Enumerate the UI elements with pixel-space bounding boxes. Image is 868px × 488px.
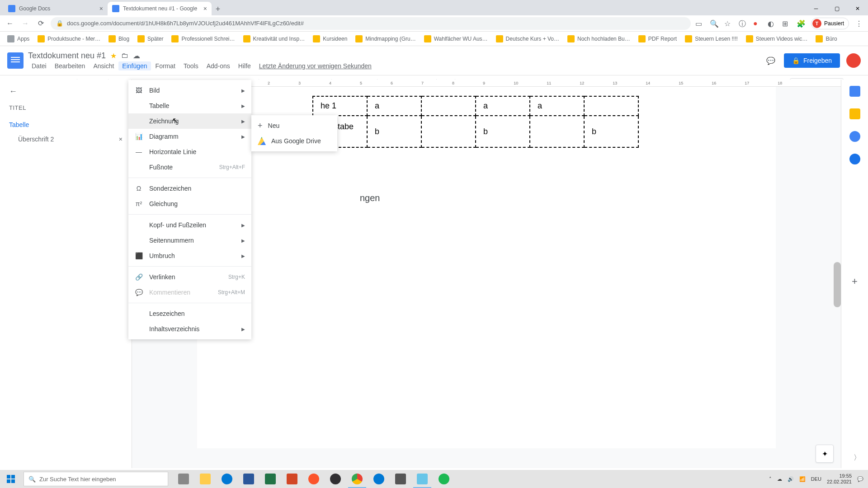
edge-button[interactable] xyxy=(216,470,238,488)
obs-button[interactable] xyxy=(325,470,346,488)
bookmark-item[interactable]: Später xyxy=(135,33,166,44)
star-icon[interactable]: ☆ xyxy=(724,19,732,28)
language-indicator[interactable]: DEU xyxy=(811,476,821,482)
apps-shortcut[interactable]: Apps xyxy=(5,33,32,44)
menu-datei[interactable]: Datei xyxy=(28,61,50,70)
keep-app-icon[interactable] xyxy=(849,108,860,119)
outline-item[interactable]: Tabelle xyxy=(9,117,123,132)
new-tab-button[interactable]: + xyxy=(212,3,224,15)
menu-tools[interactable]: Tools xyxy=(180,61,202,70)
docs-logo-icon[interactable] xyxy=(7,52,24,69)
last-change-link[interactable]: Letzte Änderung vor wenigen Sekunden xyxy=(259,61,372,70)
extensions-menu-icon[interactable]: 🧩 xyxy=(797,19,805,28)
bookmark-item[interactable]: Steuern Videos wic… xyxy=(743,33,811,44)
menu-item-bild[interactable]: 🖼Bild▶ xyxy=(128,83,251,98)
notepad-button[interactable] xyxy=(411,470,433,488)
clock[interactable]: 19:55 22.02.2021 xyxy=(827,473,852,485)
extension-icon[interactable]: ● xyxy=(753,19,761,28)
menu-item-diagramm[interactable]: 📊Diagramm▶ xyxy=(128,129,251,144)
notifications-icon[interactable]: 💬 xyxy=(857,476,863,482)
vertical-scrollbar[interactable] xyxy=(834,262,841,307)
file-explorer-button[interactable] xyxy=(194,470,216,488)
wifi-icon[interactable]: 📶 xyxy=(799,476,806,482)
outline-item[interactable]: Überschrift 2 × xyxy=(9,132,123,146)
volume-icon[interactable]: 🔊 xyxy=(788,476,794,482)
menu-item-umbruch[interactable]: ⬛Umbruch▶ xyxy=(128,248,251,263)
bookmark-item[interactable]: PDF Report xyxy=(636,33,679,44)
maximize-button[interactable]: ▢ xyxy=(826,2,847,15)
star-icon[interactable]: ★ xyxy=(110,52,117,60)
menu-item-zeichnung[interactable]: Zeichnung▶ xyxy=(128,113,251,129)
submenu-item-aus-drive[interactable]: Aus Google Drive xyxy=(251,133,337,149)
extension-icon[interactable]: ⓘ xyxy=(739,19,747,28)
close-window-button[interactable]: ✕ xyxy=(847,2,868,15)
hide-side-panel-button[interactable]: 〉 xyxy=(854,453,861,463)
bookmark-item[interactable]: Noch hochladen Bu… xyxy=(565,33,633,44)
excel-button[interactable] xyxy=(259,470,281,488)
remove-outline-icon[interactable]: × xyxy=(119,136,123,143)
search-icon[interactable]: 🔍 xyxy=(710,19,718,28)
minimize-button[interactable]: ─ xyxy=(806,2,826,15)
close-icon[interactable]: × xyxy=(99,5,103,12)
bookmark-item[interactable]: Produktsuche - Mer… xyxy=(35,33,103,44)
menu-item-seitennummern[interactable]: Seitennummern▶ xyxy=(128,233,251,248)
bookmark-item[interactable]: Steuern Lesen !!!! xyxy=(682,33,741,44)
close-icon[interactable]: × xyxy=(203,5,207,12)
extension-icon[interactable]: ◐ xyxy=(768,19,776,28)
forward-button[interactable]: → xyxy=(20,18,31,29)
tray-expand-icon[interactable]: ˄ xyxy=(769,476,772,482)
reload-button[interactable]: ⟳ xyxy=(35,18,46,29)
taskbar-search-input[interactable]: 🔍 Zur Suche Text hier eingeben xyxy=(24,472,168,486)
menu-item-inhaltsverzeichnis[interactable]: Inhaltsverzeichnis▶ xyxy=(128,321,251,337)
share-button[interactable]: 🔒 Freigeben xyxy=(784,53,840,68)
comment-history-icon[interactable]: 💬 xyxy=(764,54,778,67)
menu-format[interactable]: Format xyxy=(152,61,179,70)
back-button[interactable]: ← xyxy=(5,18,15,29)
kebab-menu-icon[interactable]: ⋮ xyxy=(855,19,863,28)
extension-icon[interactable]: ⊞ xyxy=(782,19,790,28)
bookmark-item[interactable]: Blog xyxy=(106,33,132,44)
powerpoint-button[interactable] xyxy=(281,470,303,488)
calendar-app-icon[interactable] xyxy=(849,86,860,97)
chrome-button[interactable] xyxy=(346,470,368,488)
cloud-saved-icon[interactable]: ☁ xyxy=(133,52,140,60)
document-table[interactable]: he 1 a a a uchstabe 2 b b b xyxy=(312,96,639,148)
menu-addons[interactable]: Add-ons xyxy=(203,61,234,70)
profile-paused-pill[interactable]: T Pausiert xyxy=(811,18,849,29)
menu-hilfe[interactable]: Hilfe xyxy=(235,61,255,70)
menu-item-horizontale-linie[interactable]: —Horizontale Linie xyxy=(128,144,251,160)
explore-button[interactable]: ✦ xyxy=(816,445,834,463)
document-title[interactable]: Textdokument neu #1 xyxy=(28,51,106,61)
menu-item-tabelle[interactable]: Tabelle▶ xyxy=(128,98,251,113)
browser-tab-active[interactable]: Textdokument neu #1 - Google × xyxy=(108,2,212,15)
start-button[interactable] xyxy=(0,470,22,488)
menu-item-verlinken[interactable]: 🔗VerlinkenStrg+K xyxy=(128,269,251,285)
bookmark-item[interactable]: Mindmapping (Gru… xyxy=(353,33,418,44)
word-button[interactable] xyxy=(238,470,259,488)
submenu-item-neu[interactable]: + Neu xyxy=(251,118,337,133)
spotify-button[interactable] xyxy=(433,470,455,488)
menu-item-lesezeichen[interactable]: Lesezeichen xyxy=(128,306,251,321)
bookmark-item[interactable]: Kreativität und Insp… xyxy=(241,33,308,44)
add-sidebar-app-button[interactable]: + xyxy=(852,276,858,287)
bookmark-item[interactable]: Wahlfächer WU Aus… xyxy=(421,33,491,44)
bookmark-item[interactable]: Deutsche Kurs + Vo… xyxy=(493,33,562,44)
tasks-app-icon[interactable] xyxy=(849,131,860,142)
menu-item-gleichung[interactable]: π²Gleichung xyxy=(128,196,251,211)
menu-ansicht[interactable]: Ansicht xyxy=(90,61,118,70)
contacts-app-icon[interactable] xyxy=(849,154,860,164)
video-icon[interactable]: ▭ xyxy=(695,19,703,28)
bookmark-item[interactable]: Kursideen xyxy=(310,33,350,44)
menu-bearbeiten[interactable]: Bearbeiten xyxy=(51,61,89,70)
move-icon[interactable]: 🗀 xyxy=(121,52,128,60)
menu-item-sonderzeichen[interactable]: ΩSonderzeichen xyxy=(128,181,251,196)
app-button[interactable] xyxy=(390,470,411,488)
task-view-button[interactable] xyxy=(173,470,194,488)
brave-button[interactable] xyxy=(303,470,325,488)
edge-legacy-button[interactable] xyxy=(368,470,390,488)
bookmark-item[interactable]: Professionell Schrei… xyxy=(169,33,237,44)
menu-einfuegen[interactable]: Einfügen xyxy=(118,61,151,70)
browser-tab[interactable]: Google Docs × xyxy=(4,2,108,15)
url-input[interactable]: 🔒 docs.google.com/document/d/1hUH8k6h7Lb… xyxy=(51,17,691,30)
menu-item-fussnote[interactable]: FußnoteStrg+Alt+F xyxy=(128,160,251,175)
